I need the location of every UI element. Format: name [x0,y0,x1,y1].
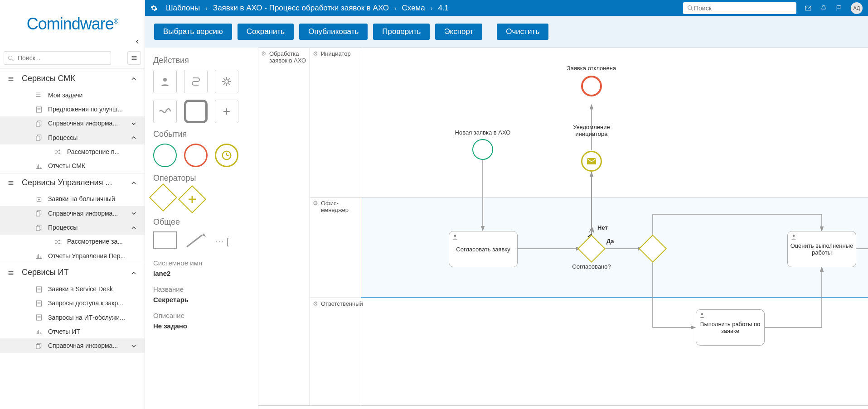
sidebar-item[interactable]: Запросы на ИТ-обслужи... [0,310,145,324]
parallel-gateway-tool[interactable] [180,188,204,211]
sidebar-search-input[interactable] [4,51,111,65]
service-task-tool[interactable] [215,70,238,93]
sidebar-item[interactable]: Запросы доступа к закр... [0,296,145,310]
svg-point-0 [688,5,692,9]
search-icon [7,54,15,62]
svg-rect-18 [36,122,40,126]
gateway-approved-label: Согласовано? [567,263,616,270]
sidebar-section-header[interactable]: Сервисы Управления ... [0,173,145,192]
name-label: Название [153,285,250,293]
sidebar-item[interactable]: Справочная информа... [0,338,145,352]
action-toolbar: Выбрать версию Сохранить Опубликовать Пр… [145,16,868,48]
breadcrumb: Шаблоны › Заявки в АХО - Процесс обработ… [166,4,449,13]
breadcrumb-item[interactable]: 4.1 [438,4,449,13]
task-tool-selected[interactable] [184,100,208,123]
breadcrumb-item[interactable]: Шаблоны [166,4,200,13]
lane-tool[interactable]: ⋯ [ [215,231,229,251]
search-icon [687,5,694,12]
task-evaluate[interactable]: Оценить выполненные работы [787,231,856,267]
timer-event-tool[interactable] [215,144,238,167]
publish-button[interactable]: Опубликовать [299,24,368,40]
sidebar-item[interactable]: Отчеты СМК [0,159,145,173]
svg-line-1 [691,9,693,10]
global-search-input[interactable] [694,5,793,12]
subprocess-tool[interactable] [153,100,177,123]
sidebar-item[interactable]: Мои задачи [0,88,145,102]
start-event[interactable] [472,139,493,160]
sidebar-item[interactable]: Справочная информа... [0,206,145,220]
logo-text: Comindware® [27,14,118,34]
sidebar-item[interactable]: Процессы [0,220,145,234]
menu-icon[interactable] [127,51,141,65]
svg-line-4 [12,59,13,61]
desc-value: Не задано [153,322,250,330]
sidebar-item[interactable]: Заявки в Service Desk [0,282,145,296]
svg-line-52 [187,235,202,247]
pool-tool[interactable] [153,231,177,249]
mail-icon [587,158,596,165]
exclusive-gateway-tool[interactable] [149,183,177,212]
task-approve[interactable]: Согласовать заявку [449,231,518,267]
select-version-button[interactable]: Выбрать версию [154,24,232,40]
svg-rect-20 [36,136,40,140]
add-tool[interactable]: + [215,100,238,123]
palette: Действия + События Операторы Общее ⋯ [ С… [145,48,258,409]
global-search[interactable] [683,2,796,14]
sequence-flow-tool[interactable] [184,231,208,251]
sidebar-item[interactable]: Отчеты Управления Пер... [0,249,145,263]
svg-rect-13 [36,96,40,97]
flag-icon[interactable] [835,4,843,12]
svg-rect-28 [36,212,40,216]
edge-label-yes: Да [606,238,614,245]
user-icon [699,312,705,320]
sidebar-item[interactable]: Рассмотрение за... [0,235,145,249]
sidebar-item[interactable]: Предложения по улучш... [0,102,145,116]
sysname-label: Системное имя [153,259,250,267]
task-execute[interactable]: Выполнить работы по заявке [696,309,765,346]
sidebar-item[interactable]: Справочная информа... [0,116,145,130]
svg-point-45 [163,78,167,82]
sidebar-item[interactable]: Процессы [0,130,145,144]
bell-icon[interactable] [820,4,827,12]
save-button[interactable]: Сохранить [238,24,294,40]
svg-rect-54 [587,158,596,164]
sidebar-item[interactable]: Заявки на больничный [0,192,145,206]
sidebar-collapse-chevron[interactable] [134,38,141,45]
end-event-tool[interactable] [184,144,208,167]
svg-marker-53 [202,233,206,237]
settings-gear-icon[interactable] [150,4,158,12]
svg-point-3 [9,56,12,60]
breadcrumb-item[interactable]: Схема [402,4,425,13]
sysname-value: lane2 [153,269,250,277]
sidebar-item[interactable]: Рассмотрение п... [0,144,145,159]
start-event-tool[interactable] [153,144,177,167]
name-value: Секретарь [153,296,250,303]
logo-area: Comindware® [0,0,145,48]
palette-group-title: Операторы [153,173,250,183]
svg-point-56 [454,235,456,237]
script-task-tool[interactable] [184,70,208,93]
palette-group-title: Общее [153,217,250,227]
svg-rect-44 [36,344,40,348]
mail-icon[interactable] [805,4,812,12]
user-avatar[interactable]: АД [851,2,863,14]
svg-point-57 [793,235,795,237]
export-button[interactable]: Экспорт [435,24,482,40]
sidebar-section-header[interactable]: Сервисы ИТ [0,263,145,282]
svg-point-46 [225,80,228,83]
edge-label-no: Нет [597,224,608,231]
bpmn-canvas[interactable]: ⚙Обработка заявок в АХО ⚙Инициатор ⚙Офис… [258,48,868,409]
message-event-1[interactable] [581,151,602,172]
sidebar-item[interactable]: Отчеты ИТ [0,324,145,338]
breadcrumb-item[interactable]: Заявки в АХО - Процесс обработки заявок … [213,4,389,13]
sidebar-section-header[interactable]: Сервисы СМК [0,69,145,88]
end-event-rejected[interactable] [581,76,602,96]
notify1-label: Уведомление инициатора [558,124,626,137]
end-rejected-label: Заявка отклонена [558,65,626,72]
user-task-tool[interactable] [153,70,177,93]
svg-rect-2 [805,6,811,10]
clear-button[interactable]: Очистить [497,24,548,40]
sidebar: Сервисы СМКМои задачиПредложения по улуч… [0,48,145,409]
validate-button[interactable]: Проверить [373,24,430,40]
desc-label: Описание [153,312,250,319]
